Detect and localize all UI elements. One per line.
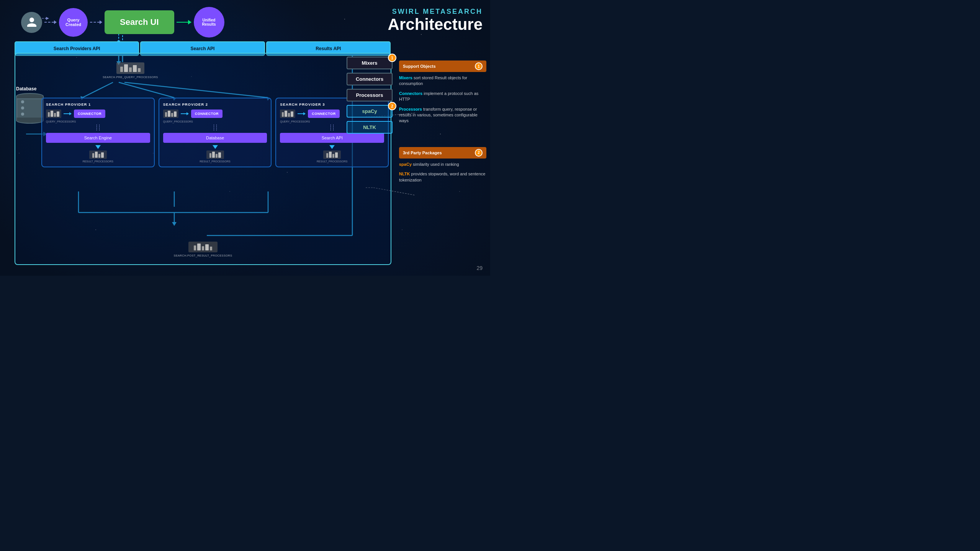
top-flow: Query Created Search UI Unified Results	[21, 7, 224, 38]
nltk-box: NLTK	[347, 121, 393, 134]
green-arrow	[177, 20, 191, 25]
page: SWIRL METASEARCH Architecture 29 Query C…	[0, 0, 490, 276]
provider-2: SEARCH PROVIDER 2 CONNECTOR QUERY_PROCES…	[159, 98, 272, 167]
third-party-header: 3rd Party Packages 2	[399, 147, 486, 159]
nltk-description: NLTK provides stopwords, word and senten…	[399, 171, 486, 183]
spacy-box: spaCy 2	[347, 105, 393, 118]
dashed-arrow-2	[90, 20, 102, 24]
right-text-panel: Support Objects 1 Mixers sort stored Res…	[395, 57, 490, 191]
processors-box: Processors	[347, 89, 393, 101]
post-result-processor: SEARCH.POST_RESULT_PROCESSORS	[15, 242, 391, 257]
user-svg	[26, 16, 38, 28]
processors-description: Processors transform query, response or …	[399, 106, 486, 124]
provider-1: SEARCH PROVIDER 1 CONNECTOR QUERY_PROCES…	[41, 98, 155, 167]
spacy-description: spaCy similarity used in ranking	[399, 162, 486, 167]
support-badge: 1	[475, 62, 483, 70]
brand-title: SWIRL METASEARCH	[388, 8, 483, 16]
dashed-arrow-1	[44, 20, 57, 24]
connectors-box: Connectors	[347, 73, 393, 85]
providers-row: SEARCH PROVIDER 1 CONNECTOR QUERY_PROCES…	[41, 98, 389, 167]
mixers-description: Mixers sort stored Result objects for co…	[399, 75, 486, 87]
title-area: SWIRL METASEARCH Architecture	[388, 8, 483, 33]
user-icon	[21, 12, 42, 33]
database-component: Database	[16, 86, 44, 124]
component-boxes: Mixers 1 Connectors Processors spaCy 2	[347, 57, 393, 135]
pre-query-processor: SEARCH.PRE_QUERY_PROCESSORS	[103, 62, 158, 79]
support-objects-header: Support Objects 1	[399, 60, 486, 72]
connectors-description: Connectors implement a protocol such as …	[399, 91, 486, 103]
mixers-box: Mixers 1	[347, 57, 393, 69]
query-created-bubble: Query Created	[59, 8, 88, 37]
unified-results-bubble: Unified Results	[194, 7, 224, 38]
page-number: 29	[476, 265, 483, 271]
search-ui-box: Search UI	[105, 10, 174, 34]
third-party-badge: 2	[475, 149, 483, 157]
main-title: Architecture	[388, 16, 483, 33]
